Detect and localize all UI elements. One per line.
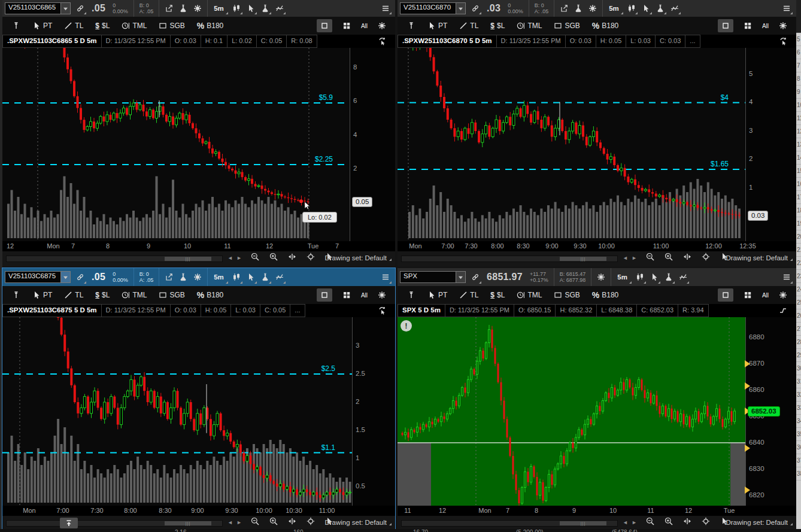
price-axis[interactable]: 86420.05 [350, 48, 395, 241]
draw-tool-$l[interactable]: $$L [484, 17, 511, 35]
horizontal-scrollbar[interactable]: ||| [401, 520, 618, 527]
price-axis[interactable]: 32.521.510.5 [352, 317, 395, 506]
draw-tool-tml[interactable]: TML [116, 286, 153, 304]
all-button[interactable]: All [361, 23, 368, 29]
drawing-set-selector[interactable]: Drawing set: Default [726, 254, 793, 262]
zoom-out-icon[interactable] [643, 253, 657, 261]
share-icon[interactable] [162, 268, 176, 286]
draw-tool-pt[interactable]: PT [26, 17, 58, 35]
zoom-out-icon[interactable] [248, 517, 262, 525]
price-axis[interactable]: 543210.03 [745, 48, 796, 241]
candle-chart-icon[interactable] [633, 268, 647, 286]
grid-icon[interactable] [741, 291, 755, 299]
link-icon[interactable] [468, 0, 483, 17]
scroll-left-arrow[interactable]: ◄ [227, 519, 233, 525]
price-chart[interactable]: 68806870686068506840683068206852.03 ! [398, 317, 796, 506]
link-icon[interactable] [73, 268, 87, 286]
drawing-set-selector[interactable]: Drawing set: Default [726, 519, 793, 526]
gear-icon[interactable] [594, 268, 608, 286]
scroll-right-arrow[interactable]: ► [632, 519, 637, 525]
draw-tool-sgb[interactable]: SGB [548, 17, 585, 35]
symbol-input[interactable]: V251103C6865 [5, 2, 71, 14]
draw-tool-b180[interactable]: %B180 [586, 286, 624, 304]
pin-icon[interactable] [6, 17, 26, 35]
zoom-out-icon[interactable] [248, 253, 262, 261]
grid-icon[interactable] [339, 22, 354, 30]
draw-tool-$l[interactable]: $$L [89, 17, 116, 35]
maximize-icon[interactable] [317, 288, 332, 302]
timeframe-button[interactable]: 5m [210, 0, 229, 17]
cursor-icon[interactable] [244, 268, 258, 286]
flask-icon[interactable] [176, 0, 190, 17]
symbol-input[interactable]: V251103C6875 [5, 271, 71, 283]
alert-arrow-icon[interactable] [745, 360, 750, 367]
gear-icon[interactable] [375, 291, 389, 299]
candle-chart-icon[interactable] [624, 0, 639, 17]
scroll-reset-button[interactable] [60, 518, 78, 528]
scroll-right-arrow[interactable]: ► [236, 255, 242, 261]
all-button[interactable]: All [762, 23, 769, 29]
cursor-icon[interactable] [244, 0, 258, 17]
draw-tool-tml[interactable]: TML [511, 286, 548, 304]
price-chart[interactable]: $2.5$1.132.521.510.5 [2, 317, 395, 506]
grid-icon[interactable] [741, 22, 755, 30]
flask-icon[interactable] [176, 268, 190, 286]
alert-arrow-icon[interactable] [745, 382, 750, 390]
draw-tool-pt[interactable]: PT [421, 286, 453, 304]
gear-icon[interactable] [190, 0, 205, 17]
zoom-in-icon[interactable] [662, 253, 676, 261]
draw-tool-pt[interactable]: PT [421, 17, 453, 35]
scroll-left-arrow[interactable]: ◄ [623, 519, 628, 525]
timeframe-button[interactable]: 5m [605, 0, 624, 17]
bar-width-icon[interactable] [285, 253, 299, 261]
flask-icon[interactable] [653, 0, 668, 17]
alert-arrow-icon[interactable] [745, 445, 750, 452]
maximize-icon[interactable] [317, 19, 332, 32]
draw-tool-tml[interactable]: TML [511, 17, 548, 35]
alert-arrow-icon[interactable] [745, 487, 750, 494]
chart-cursor-icon[interactable] [375, 35, 389, 48]
cursor-icon[interactable] [639, 0, 653, 17]
flask-icon[interactable] [662, 268, 676, 286]
studies-icon[interactable] [272, 0, 287, 17]
symbol-dropdown-button[interactable] [456, 3, 465, 14]
candle-chart-icon[interactable] [229, 268, 244, 286]
scrollbar-thumb[interactable]: ||| [560, 521, 606, 525]
gear-icon[interactable] [585, 0, 600, 17]
zoom-out-icon[interactable] [643, 517, 657, 525]
symbol-input[interactable]: V251103C6870 [400, 2, 466, 14]
scrollbar-thumb[interactable]: ||| [165, 257, 211, 261]
share-icon[interactable] [557, 0, 571, 17]
zoom-in-icon[interactable] [662, 517, 676, 525]
horizontal-scrollbar[interactable]: ||| [6, 520, 223, 527]
link-icon[interactable] [468, 268, 483, 286]
bar-width-icon[interactable] [285, 517, 299, 525]
draw-tool-b180[interactable]: %B180 [191, 17, 229, 35]
crosshair-icon[interactable] [304, 253, 318, 261]
cursor-icon[interactable] [647, 268, 662, 286]
scroll-right-arrow[interactable]: ► [632, 255, 637, 261]
bar-width-icon[interactable] [680, 517, 694, 525]
zoom-in-icon[interactable] [266, 517, 281, 525]
draw-tool-sgb[interactable]: SGB [153, 286, 190, 304]
gear-icon[interactable] [776, 291, 790, 299]
flask-icon[interactable] [571, 0, 585, 17]
scroll-left-arrow[interactable]: ◄ [227, 255, 233, 261]
drawing-set-selector[interactable]: Drawing set: Default [324, 519, 392, 526]
scrollbar-thumb[interactable]: ||| [165, 521, 211, 525]
symbol-input[interactable]: SPX [400, 271, 466, 283]
pin-icon[interactable] [401, 286, 421, 304]
gear-icon[interactable] [776, 22, 790, 30]
studies-icon[interactable] [668, 0, 682, 17]
grid-icon[interactable] [339, 291, 354, 299]
pin-icon[interactable] [6, 286, 26, 304]
menu-icon[interactable] [378, 0, 393, 17]
price-chart[interactable]: $4$1.65543210.03 [398, 48, 796, 241]
menu-icon[interactable] [378, 268, 393, 286]
warning-icon[interactable]: ! [400, 320, 412, 332]
step-line-icon[interactable] [776, 304, 790, 317]
link-icon[interactable] [73, 0, 87, 17]
maximize-icon[interactable] [718, 19, 733, 32]
draw-tool-$l[interactable]: $$L [484, 286, 511, 304]
menu-icon[interactable] [779, 0, 794, 17]
